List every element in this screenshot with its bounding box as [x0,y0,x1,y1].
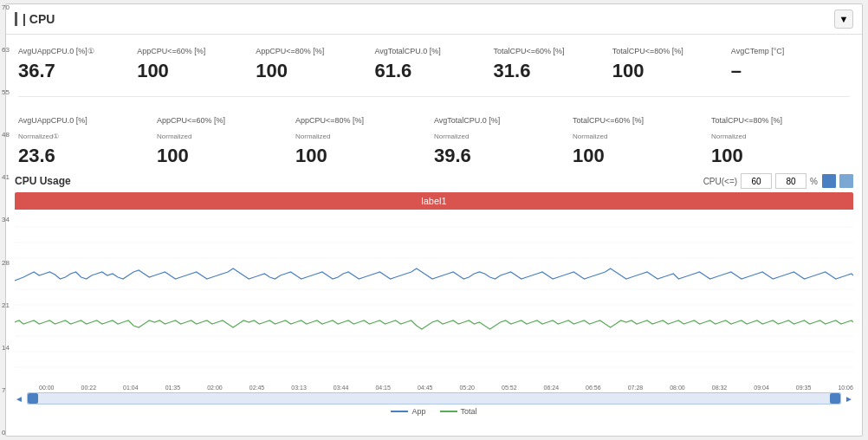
time-axis-label: 01:04 [123,385,139,391]
time-axis-label: 03:13 [291,385,307,391]
cpu-panel: | CPU ▼ AvgUAppCPU.0 [%]①AppCPU<=60% [%]… [5,3,863,437]
time-axis-label: 02:45 [249,385,265,391]
metric-label: AppCPU<=80% [%] [256,42,374,57]
metric-sublabel-text: Normalized [573,133,607,140]
legend-item: App [391,407,425,416]
cpu-threshold-1[interactable] [741,173,772,189]
metric-label: AvgCTemp [°C] [731,42,850,57]
y-axis-label: 48 [2,131,23,139]
time-axis: 00:0000:2201:0401:3502:0002:4503:1303:44… [15,383,853,391]
time-axis-label: 07:28 [628,385,644,391]
metric-value: 39.6 [434,144,573,169]
cpu-control-label: CPU(<=) [703,177,737,186]
chart-icon-1[interactable] [822,174,836,188]
metric-value-text: – [731,60,742,81]
metric-label: AvgTotalCPU.0 [%] [374,42,493,57]
scrollbar-right-btn[interactable]: ► [845,394,853,404]
cpu-threshold-2[interactable] [775,173,806,189]
metric-value: – [731,59,850,84]
metric-label: TotalCPU<=80% [%] [612,42,731,57]
time-axis-label: 04:45 [418,385,433,391]
alert-bar: label1 [15,192,853,210]
metric-sublabel-text: Normalized [434,133,469,140]
metric-label: AvgUAppCPU.0 [%]Normalized① [18,111,157,142]
metric-sublabel-text: Normalized① [18,133,59,140]
metric-label: TotalCPU<=80% [%]Normalized [711,111,850,142]
chart-legend: App Total [15,407,853,416]
metric-value: 100 [711,144,850,169]
metric-value-text: 100 [295,145,327,166]
metric-label: AppCPU<=60% [%] [137,42,256,57]
metric-label: AvgUAppCPU.0 [%]① [18,42,137,57]
metric-label: AvgTotalCPU.0 [%]Normalized [434,111,573,142]
metrics-top-labels: AvgUAppCPU.0 [%]①AppCPU<=60% [%]AppCPU<=… [18,42,850,57]
top-metrics: AvgUAppCPU.0 [%]①AppCPU<=60% [%]AppCPU<=… [6,35,862,89]
scrollbar-container: ◄ ► [15,392,853,404]
scrollbar-thumb-left [28,393,38,404]
y-axis-label: 7 [2,386,23,394]
metric-label-text: AppCPU<=60% [%] [137,47,205,55]
y-axis-label: 63 [2,46,23,54]
time-axis-label: 02:00 [207,385,223,391]
metric-value: 100 [573,144,711,169]
legend-item: Total [440,407,477,416]
metric-label-text: AvgUAppCPU.0 [%] [18,116,87,125]
metric-label-text: TotalCPU<=80% [%] [711,116,782,125]
metric-label-text: AppCPU<=60% [%] [157,116,225,125]
metric-label-text: AppCPU<=80% [%] [256,47,324,55]
bottom-metrics: AvgUAppCPU.0 [%]Normalized①AppCPU<=60% [… [6,104,862,174]
metric-label-text: AvgCTemp [°C] [731,47,784,55]
metric-value: 36.7 [18,59,137,84]
chart-header: CPU Usage CPU(<=) % [15,173,853,189]
metric-label-text: AvgTotalCPU.0 [%] [434,116,500,125]
metric-value: 31.6 [494,59,612,84]
time-axis-label: 09:04 [754,385,769,391]
metric-value-text: 39.6 [434,145,471,166]
metric-label: TotalCPU<=60% [%] [494,42,612,57]
metric-value-text: 31.6 [494,60,531,81]
time-axis-label: 09:35 [796,385,812,391]
chart-svg [15,210,853,383]
metric-value: 100 [137,59,256,84]
metric-sublabel-text: Normalized [157,133,191,140]
metric-value-text: 100 [711,145,743,166]
y-axis-label: 41 [2,173,23,181]
time-axis-label: 01:35 [165,385,181,391]
metric-label: TotalCPU<=60% [%]Normalized [573,111,711,142]
metric-sublabel-text: Normalized [711,133,746,140]
metric-label-text: TotalCPU<=80% [%] [612,47,683,55]
scrollbar-track[interactable] [27,392,841,404]
chart-section: CPU Usage CPU(<=) % label1 7063554841342… [6,173,862,421]
chart-controls: CPU(<=) % [703,173,853,189]
time-axis-label: 08:32 [712,385,728,391]
time-axis-label: 06:24 [544,385,560,391]
time-axis-label: 04:15 [375,385,391,391]
chart-icon-2[interactable] [839,174,853,188]
panel-header: | CPU ▼ [6,4,862,35]
metrics-bottom-values: 23.610010039.6100100 [18,144,850,169]
scrollbar-thumb-right [830,393,840,404]
time-axis-label: 05:52 [502,385,517,391]
metric-label-text: TotalCPU<=60% [%] [573,116,644,125]
collapse-button[interactable]: ▼ [834,10,853,29]
time-axis-label: 00:22 [81,385,97,391]
metrics-top-values: 36.710010061.631.6100– [18,59,850,84]
y-axis-label: 0 [2,429,23,437]
legend-label: App [411,407,425,416]
metric-label-text: AppCPU<=80% [%] [295,116,364,125]
metric-value: 100 [295,144,434,169]
metric-value: 61.6 [374,59,493,84]
time-axis-label: 03:44 [334,385,349,391]
metric-value-text: 100 [256,60,288,81]
metric-label-text: AvgTotalCPU.0 [%] [374,47,440,55]
time-axis-label: 08:00 [670,385,685,391]
metric-value: 100 [612,59,731,84]
metric-label-text: TotalCPU<=60% [%] [494,47,565,55]
time-axis-label: 10:06 [838,385,853,391]
metric-value: 100 [256,59,374,84]
time-axis-label: 05:20 [459,385,475,391]
metric-label: AppCPU<=60% [%]Normalized [157,111,295,142]
y-axis-label: 70 [2,3,23,11]
metric-sublabel-text: Normalized [295,133,330,140]
metric-value-text: 100 [137,60,169,81]
